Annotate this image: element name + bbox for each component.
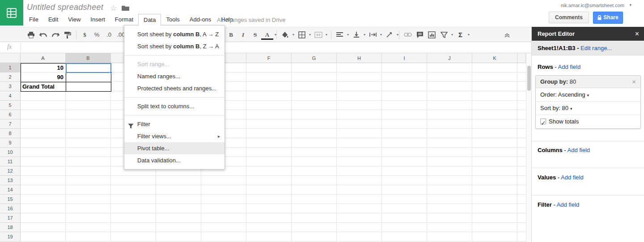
- edit-range-link[interactable]: Edit range...: [580, 45, 612, 51]
- row-header-11[interactable]: 11: [0, 157, 21, 166]
- menu-format[interactable]: Format: [110, 14, 138, 25]
- print-icon[interactable]: [25, 29, 37, 40]
- menu-item-data-validation[interactable]: Data validation...: [124, 154, 225, 166]
- column-header-partial[interactable]: [517, 53, 526, 63]
- filter-toolbar-icon[interactable]: [438, 29, 450, 40]
- fill-color-caret-icon[interactable]: ▾: [291, 29, 296, 40]
- row-header-9[interactable]: 9: [0, 138, 21, 148]
- redo-icon[interactable]: [49, 29, 61, 40]
- cell-A3[interactable]: Grand Total: [21, 82, 66, 91]
- column-header-J[interactable]: J: [427, 53, 472, 63]
- text-color-icon[interactable]: A: [261, 31, 273, 40]
- cell-A1[interactable]: 10: [21, 63, 66, 72]
- select-all-corner[interactable]: [0, 53, 21, 63]
- comment-icon[interactable]: [414, 29, 426, 40]
- format-percent-icon[interactable]: %: [91, 29, 103, 40]
- row-header-19[interactable]: 19: [0, 232, 21, 242]
- menu-item-sort-sheet-az[interactable]: Sort sheet by column B, A → Z: [124, 28, 225, 40]
- column-header-K[interactable]: K: [472, 53, 517, 63]
- column-header-I[interactable]: I: [382, 53, 427, 63]
- values-add-field-link[interactable]: Add field: [561, 174, 584, 181]
- row-header-16[interactable]: 16: [0, 204, 21, 213]
- vertical-align-caret-icon[interactable]: ▾: [362, 29, 367, 40]
- show-totals-checkbox[interactable]: ✓: [540, 119, 546, 124]
- document-title[interactable]: Untitled spreadsheet: [27, 3, 103, 12]
- italic-icon[interactable]: I: [237, 29, 249, 40]
- row-header-1[interactable]: 1: [0, 63, 21, 72]
- menu-edit[interactable]: Edit: [43, 14, 63, 25]
- active-cell-selection[interactable]: [66, 63, 111, 73]
- fill-handle[interactable]: [110, 71, 112, 74]
- menu-item-filter[interactable]: Filter: [124, 118, 225, 130]
- strikethrough-icon[interactable]: S: [249, 29, 261, 40]
- menu-item-pivot-table[interactable]: Pivot table...: [124, 142, 225, 154]
- link-icon[interactable]: [402, 29, 414, 40]
- column-header-F[interactable]: F: [246, 53, 292, 63]
- row-header-17[interactable]: 17: [0, 213, 21, 223]
- row-header-6[interactable]: 6: [0, 110, 21, 119]
- row-header-18[interactable]: 18: [0, 223, 21, 232]
- account-caret-icon[interactable]: ▾: [629, 3, 631, 7]
- text-rotation-icon[interactable]: [383, 29, 395, 40]
- menu-item-named-ranges[interactable]: Named ranges...: [124, 70, 225, 82]
- comments-button[interactable]: Comments: [549, 12, 589, 23]
- bold-icon[interactable]: B: [225, 29, 237, 40]
- menu-view[interactable]: View: [63, 14, 85, 25]
- menu-item-protected-sheets[interactable]: Protected sheets and ranges...: [124, 82, 225, 94]
- align-left-icon[interactable]: [334, 29, 346, 40]
- filter-caret-icon[interactable]: ▾: [450, 29, 454, 40]
- filter-add-field-link[interactable]: Add field: [557, 201, 580, 208]
- menu-file[interactable]: File: [24, 14, 43, 25]
- row-header-7[interactable]: 7: [0, 119, 21, 129]
- row-header-3[interactable]: 3: [0, 82, 21, 91]
- text-color-caret-icon[interactable]: ▾: [273, 29, 278, 40]
- row-header-8[interactable]: 8: [0, 129, 21, 138]
- menu-item-split-text[interactable]: Split text to columns...: [124, 100, 225, 112]
- menu-item-sort-sheet-za[interactable]: Sort sheet by column B, Z → A: [124, 40, 225, 52]
- menu-tools[interactable]: Tools: [161, 14, 184, 25]
- insert-chart-icon[interactable]: [426, 29, 438, 40]
- star-icon[interactable]: ☆: [110, 4, 117, 13]
- remove-group-icon[interactable]: ×: [632, 76, 636, 88]
- move-to-folder-icon[interactable]: [122, 5, 129, 13]
- format-currency-icon[interactable]: $: [79, 29, 91, 40]
- columns-add-field-link[interactable]: Add field: [568, 147, 590, 153]
- text-wrap-caret-icon[interactable]: ▾: [379, 29, 383, 40]
- row-header-14[interactable]: 14: [0, 185, 21, 195]
- column-header-H[interactable]: H: [337, 53, 382, 63]
- row-header-4[interactable]: 4: [0, 91, 21, 101]
- menu-addons[interactable]: Add-ons: [185, 14, 216, 25]
- vertical-scrollbar-thumb[interactable]: [527, 66, 531, 91]
- paint-format-icon[interactable]: [61, 29, 73, 40]
- merge-cells-icon[interactable]: [312, 29, 324, 40]
- functions-caret-icon[interactable]: ▾: [466, 29, 471, 40]
- column-header-A[interactable]: A: [21, 53, 66, 63]
- decrease-decimals-icon[interactable]: .0: [103, 29, 115, 40]
- cell-A2[interactable]: 90: [21, 72, 66, 82]
- borders-caret-icon[interactable]: ▾: [308, 29, 312, 40]
- fill-color-icon[interactable]: [279, 29, 291, 40]
- align-caret-icon[interactable]: ▾: [346, 29, 350, 40]
- column-header-B[interactable]: B: [66, 53, 111, 63]
- row-header-10[interactable]: 10: [0, 148, 21, 157]
- row-header-5[interactable]: 5: [0, 101, 21, 110]
- cell-area[interactable]: 10 90 Grand Total: [21, 63, 526, 242]
- vertical-scrollbar[interactable]: [526, 53, 531, 242]
- menu-insert[interactable]: Insert: [85, 14, 110, 25]
- row-header-2[interactable]: 2: [0, 72, 21, 82]
- close-panel-icon[interactable]: ×: [635, 27, 639, 41]
- row-header-13[interactable]: 13: [0, 176, 21, 185]
- order-dropdown[interactable]: Order: Ascending▾: [536, 88, 640, 102]
- row-header-15[interactable]: 15: [0, 195, 21, 204]
- undo-icon[interactable]: [37, 29, 49, 40]
- row-header-12[interactable]: 12: [0, 166, 21, 176]
- share-button[interactable]: Share: [593, 12, 623, 24]
- borders-icon[interactable]: [296, 29, 308, 40]
- vertical-align-icon[interactable]: [350, 29, 362, 40]
- sort-by-dropdown[interactable]: Sort by: 80▾: [536, 102, 640, 115]
- functions-icon[interactable]: Σ: [454, 29, 466, 40]
- collapse-toolbar-icon[interactable]: [501, 30, 513, 40]
- menu-data[interactable]: Data: [138, 14, 161, 25]
- column-header-G[interactable]: G: [292, 53, 337, 63]
- account-email[interactable]: nik.amar.ic@smartsheet.com: [561, 3, 624, 8]
